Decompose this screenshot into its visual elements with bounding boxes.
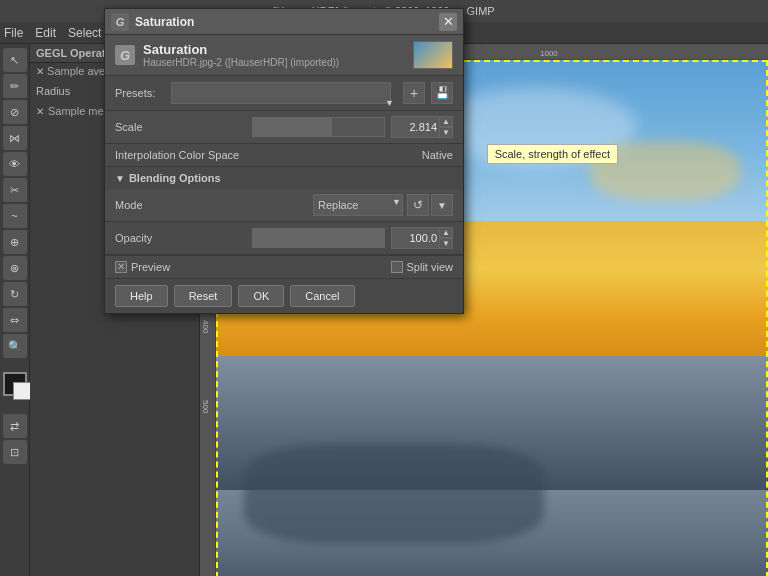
blending-title: Blending Options	[129, 172, 221, 184]
split-view-label: Split view	[407, 261, 453, 273]
blending-toggle-icon: ▼	[115, 173, 125, 184]
tool-zoom[interactable]: 🔍	[3, 334, 27, 358]
dialog-title-icon: G	[111, 13, 129, 31]
help-button[interactable]: Help	[115, 285, 168, 307]
presets-label: Presets:	[115, 87, 165, 99]
saturation-dialog: G Saturation ✕ G Saturation HauserHDR.jp…	[104, 8, 464, 314]
split-view-checkbox[interactable]	[391, 261, 403, 273]
dialog-header-icon: G	[115, 45, 135, 65]
ruler-mark-v-400: 400	[201, 320, 210, 333]
ok-button[interactable]: OK	[238, 285, 284, 307]
mode-reset-button[interactable]: ↺	[407, 194, 429, 216]
opacity-increment-button[interactable]: ▲	[439, 227, 453, 238]
scale-increment-button[interactable]: ▲	[439, 116, 453, 127]
tool-clone[interactable]: ⊕	[3, 230, 27, 254]
tool-eyedropper[interactable]: 👁	[3, 152, 27, 176]
tool-warp[interactable]: ~	[3, 204, 27, 228]
dialog-body: Presets: ▼ + 💾 Scale ▲ ▼	[105, 76, 463, 313]
scale-value-input[interactable]	[391, 116, 439, 138]
dialog-header-info: Saturation HauserHDR.jpg-2 ([HauserHDR] …	[143, 42, 413, 68]
opacity-decrement-button[interactable]: ▼	[439, 238, 453, 249]
presets-row: Presets: ▼ + 💾	[105, 76, 463, 111]
dialog-header-thumbnail	[413, 41, 453, 69]
tool-eraser[interactable]: ⊘	[3, 100, 27, 124]
preview-row: ✕ Preview Split view	[105, 255, 463, 278]
tool-swap[interactable]: ⇄	[3, 414, 27, 438]
tool-arrow[interactable]: ↖	[3, 48, 27, 72]
scale-row: Scale ▲ ▼	[105, 111, 463, 144]
cancel-button[interactable]: Cancel	[290, 285, 354, 307]
ruler-mark-1000: 1000	[540, 49, 558, 58]
sample-merged-x: ✕	[36, 106, 44, 117]
tool-flip[interactable]: ⇔	[3, 308, 27, 332]
menu-select[interactable]: Select	[68, 26, 101, 40]
presets-add-button[interactable]: +	[403, 82, 425, 104]
scale-label: Scale	[115, 121, 246, 133]
dialog-header-subtitle: HauserHDR.jpg-2 ([HauserHDR] (imported))	[143, 57, 413, 68]
foreground-color[interactable]	[3, 372, 27, 396]
blending-options-section: ▼ Blending Options Mode Replace Normal S…	[105, 167, 463, 255]
mode-label: Mode	[115, 199, 313, 211]
menu-edit[interactable]: Edit	[35, 26, 56, 40]
preview-label: Preview	[131, 261, 391, 273]
opacity-spin-buttons: ▲ ▼	[439, 227, 453, 249]
opacity-value-input[interactable]	[391, 227, 439, 249]
dialog-header: G Saturation HauserHDR.jpg-2 ([HauserHDR…	[105, 35, 463, 76]
ruler-mark-v-500: 500	[201, 400, 210, 413]
mode-dropdown-wrap: Replace Normal Screen Multiply ▼	[313, 194, 403, 216]
scale-slider[interactable]	[252, 117, 385, 137]
tool-heal[interactable]: ⊗	[3, 256, 27, 280]
preview-checkbox[interactable]: ✕	[115, 261, 127, 273]
dialog-buttons: Help Reset OK Cancel	[105, 278, 463, 313]
mode-row: Mode Replace Normal Screen Multiply ▼ ↺ …	[105, 189, 463, 222]
reset-button[interactable]: Reset	[174, 285, 233, 307]
tool-scissors[interactable]: ✂	[3, 178, 27, 202]
dialog-titlebar: G Saturation ✕	[105, 9, 463, 35]
opacity-label: Opacity	[115, 232, 246, 244]
dialog-title-text: Saturation	[135, 15, 439, 29]
tool-reset-color[interactable]: ⊡	[3, 440, 27, 464]
presets-dropdown[interactable]	[171, 82, 391, 104]
blending-options-header[interactable]: ▼ Blending Options	[105, 167, 463, 189]
presets-save-button[interactable]: 💾	[431, 82, 453, 104]
tool-bucket[interactable]: ⋈	[3, 126, 27, 150]
interpolation-label: Interpolation Color Space	[115, 149, 422, 161]
tool-paint[interactable]: ✏	[3, 74, 27, 98]
dialog-header-title: Saturation	[143, 42, 413, 57]
scale-decrement-button[interactable]: ▼	[439, 127, 453, 138]
opacity-row: Opacity ▲ ▼	[105, 222, 463, 254]
dialog-close-button[interactable]: ✕	[439, 13, 457, 31]
opacity-slider[interactable]	[252, 228, 385, 248]
mode-extra-button[interactable]: ▼	[431, 194, 453, 216]
scale-spin-buttons: ▲ ▼	[439, 116, 453, 138]
interpolation-value: Native	[422, 149, 453, 161]
menu-file[interactable]: File	[4, 26, 23, 40]
interpolation-row: Interpolation Color Space Native Scale, …	[105, 144, 463, 167]
gimp-toolbar: ↖ ✏ ⊘ ⋈ 👁 ✂ ~ ⊕ ⊗ ↻ ⇔ 🔍 ⇄ ⊡	[0, 44, 30, 576]
mode-dropdown[interactable]: Replace Normal Screen Multiply	[313, 194, 403, 216]
tool-rotate[interactable]: ↻	[3, 282, 27, 306]
